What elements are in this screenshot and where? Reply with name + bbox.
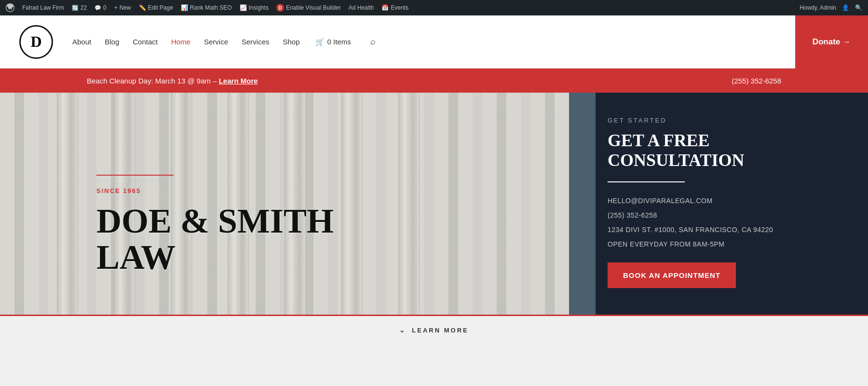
updates-item[interactable]: 🔄 22 [72,4,87,11]
site-name-item[interactable]: Fahad Law Firm [22,4,64,11]
admin-avatar: 👤 [842,4,849,11]
howdy-label: Howdy, Admin [800,4,836,11]
logo: D [19,25,53,59]
announcement-text: Beach Cleanup Day: March 13 @ 9am – Lear… [87,77,258,85]
since-label: SINCE 1965 [96,187,334,194]
enable-vb-item[interactable]: D Enable Visual Builder [276,4,341,12]
nav-contact[interactable]: Contact [133,38,158,46]
consult-content: GET STARTED GET A FREE CONSULTATION HELL… [608,117,839,288]
donate-button[interactable]: Donate → [795,15,868,69]
learn-more-link[interactable]: Learn More [219,77,258,85]
nav-home[interactable]: Home [171,38,190,46]
consult-title: GET A FREE CONSULTATION [608,131,839,171]
admin-bar-right: Howdy, Admin 👤 🔍 [800,4,862,11]
since-line [96,175,174,176]
logo-area: D [19,25,53,59]
announcement-bar: Beach Cleanup Day: March 13 @ 9am – Lear… [0,69,868,93]
hero-section: SINCE 1965 DOE & SMITH LAW GET STARTED G… [0,93,868,315]
search-icon[interactable]: 🔍 [855,4,862,11]
contact-info: HELLO@DIVIPARALEGAL.COM (255) 352-6258 1… [608,197,839,248]
rank-math-item[interactable]: 📊 Rank Math SEO [181,4,232,11]
wp-logo-item[interactable] [6,3,14,12]
nav-services[interactable]: Services [242,38,270,46]
edit-page-item[interactable]: ✏️ Edit Page [139,4,173,11]
admin-bar: Fahad Law Firm 🔄 22 💬 0 + New ✏️ Edit Pa… [0,0,868,15]
events-item[interactable]: 📅 Events [381,4,408,11]
ad-health-item[interactable]: Ad Health [349,4,374,11]
main-header: D About Blog Contact Home Service Servic… [0,15,868,69]
nav-shop[interactable]: Shop [283,38,300,46]
cart-count: 0 Items [327,38,351,46]
main-nav: About Blog Contact Home Service Services… [72,37,795,47]
consult-divider [608,181,685,182]
divi-icon: D [276,4,284,12]
nav-service[interactable]: Service [204,38,228,46]
chevron-down-icon: ⌄ [399,327,406,334]
firm-name: DOE & SMITH LAW [96,203,334,276]
hero-text-overlay: SINCE 1965 DOE & SMITH LAW [96,175,334,276]
hero-image-area: SINCE 1965 DOE & SMITH LAW [0,93,569,315]
book-appointment-button[interactable]: Book An Appointment [608,262,736,288]
contact-address: 1234 DIVI ST. #1000, SAN FRANCISCO, CA 9… [608,226,839,234]
contact-email: HELLO@DIVIPARALEGAL.COM [608,197,839,205]
nav-blog[interactable]: Blog [105,38,119,46]
consultation-panel: GET STARTED GET A FREE CONSULTATION HELL… [569,93,868,315]
announcement-phone: (255) 352-6258 [732,77,781,85]
comments-item[interactable]: 💬 0 [95,4,107,11]
contact-phone: (255) 352-6258 [608,211,839,219]
learn-more-footer[interactable]: ⌄ LEARN MORE [0,315,868,345]
cart-icon: 🛒 [315,38,325,46]
cart-area[interactable]: 🛒 0 Items [315,38,351,46]
consult-accent [569,93,596,315]
new-item[interactable]: + New [114,4,131,11]
nav-about[interactable]: About [72,38,91,46]
insights-item[interactable]: 📈 Insights [240,4,269,11]
get-started-label: GET STARTED [608,117,839,124]
contact-hours: OPEN EVERYDAY FROM 8AM-5PM [608,240,839,248]
search-button[interactable]: ⌕ [370,37,376,47]
learn-more-label: LEARN MORE [412,327,468,334]
